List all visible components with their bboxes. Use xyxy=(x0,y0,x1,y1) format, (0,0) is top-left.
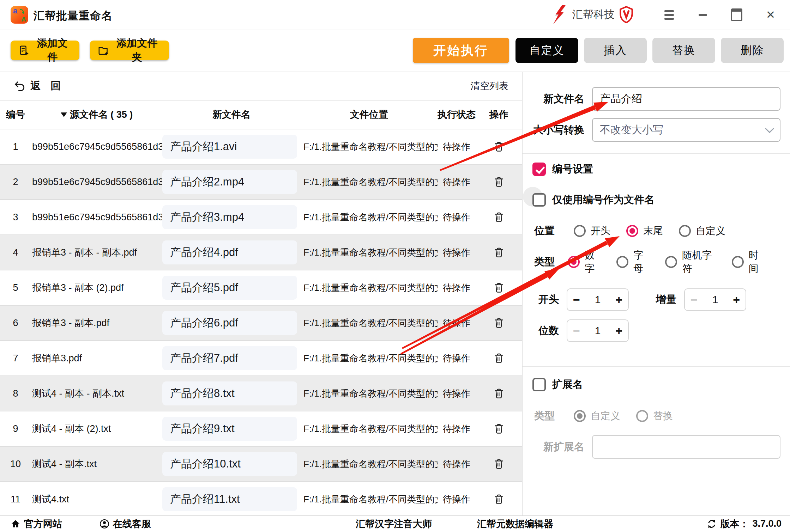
increment-button[interactable]: + xyxy=(733,294,740,306)
trash-icon[interactable] xyxy=(493,246,505,258)
source-name: 测试4.txt xyxy=(31,493,162,506)
table-row: 4 报销单3 - 副本 - 副本.pdf 产品介绍4.pdf F:/1.批量重命… xyxy=(0,235,522,270)
col-action: 操作 xyxy=(476,108,522,121)
file-location: F:/1.批量重命名教程/不同类型的文 xyxy=(301,352,438,365)
settings-panel: 新文件名 大小写转换 不改变大小写 编号设置 仅使用编号作为文件名 位置 xyxy=(523,72,790,517)
row-number: 9 xyxy=(0,423,31,434)
case-convert-label: 大小写转换 xyxy=(526,123,584,137)
new-name-cell[interactable]: 产品介绍8.txt xyxy=(162,381,297,405)
tab-3[interactable]: 删除 xyxy=(721,38,784,63)
increment-button[interactable]: + xyxy=(615,294,622,306)
trash-icon[interactable] xyxy=(493,211,505,223)
table-header: 编号 源文件名 ( 35 ) 新文件名 文件位置 执行状态 操作 xyxy=(0,100,522,129)
trash-icon[interactable] xyxy=(493,493,505,505)
back-button[interactable]: 返 回 xyxy=(13,79,64,93)
new-name-cell[interactable]: 产品介绍9.txt xyxy=(162,417,297,441)
decrement-button[interactable]: − xyxy=(691,294,698,306)
mode-tabs: 自定义插入替换删除 xyxy=(515,38,784,63)
col-newname: 新文件名 xyxy=(162,108,301,121)
table-row: 9 测试4 - 副本 (2).txt 产品介绍9.txt F:/1.批量重命名教… xyxy=(0,411,522,447)
table-row: 2 b99b51e6c7945c9d5565861d39 产品介绍2.mp4 F… xyxy=(0,165,522,200)
person-icon xyxy=(99,519,109,529)
radio-icon xyxy=(679,225,691,237)
tab-1[interactable]: 插入 xyxy=(584,38,647,63)
number-type-label: 类型 xyxy=(534,255,559,269)
radio-position-start[interactable]: 开头 xyxy=(574,224,610,238)
minimize-button[interactable] xyxy=(697,9,709,21)
trash-icon[interactable] xyxy=(493,141,505,153)
new-name-cell[interactable]: 产品介绍2.mp4 xyxy=(162,170,297,194)
new-name-cell[interactable]: 产品介绍5.pdf xyxy=(162,276,297,300)
trash-icon[interactable] xyxy=(493,423,505,435)
start-number-label: 开头 xyxy=(538,293,560,307)
source-name: 报销单3 - 副本 (2).pdf xyxy=(31,281,162,294)
online-support-link[interactable]: 在线客服 xyxy=(99,516,151,531)
row-number: 10 xyxy=(0,459,31,470)
new-name-cell[interactable]: 产品介绍10.txt xyxy=(162,452,297,476)
radio-position-end[interactable]: 末尾 xyxy=(626,224,663,238)
radio-ext-replace[interactable]: 替换 xyxy=(636,409,673,423)
row-number: 11 xyxy=(0,494,31,505)
radio-type-digit[interactable]: 数字 xyxy=(568,249,601,275)
radio-ext-custom[interactable]: 自定义 xyxy=(574,409,620,423)
tab-0[interactable]: 自定义 xyxy=(515,38,578,63)
row-number: 8 xyxy=(0,388,31,399)
tab-2[interactable]: 替换 xyxy=(652,38,715,63)
metadata-tool-link[interactable]: 汇帮元数据编辑器 xyxy=(477,516,553,531)
list-toolbar: 返 回 清空列表 xyxy=(0,72,522,100)
trash-icon[interactable] xyxy=(493,352,505,364)
hamburger-icon xyxy=(664,10,674,20)
radio-type-random[interactable]: 随机字符 xyxy=(665,249,716,275)
case-convert-select[interactable]: 不改变大小写 xyxy=(592,118,780,142)
source-name: b99b51e6c7945c9d5565861d39 xyxy=(31,141,162,152)
radio-icon xyxy=(732,256,744,268)
row-number: 4 xyxy=(0,247,31,258)
only-number-checkbox[interactable] xyxy=(532,193,546,207)
increment-label: 增量 xyxy=(656,293,678,307)
file-location: F:/1.批量重命名教程/不同类型的文 xyxy=(301,387,438,400)
numbering-checkbox[interactable] xyxy=(532,163,546,176)
trash-icon[interactable] xyxy=(493,458,505,470)
radio-position-custom[interactable]: 自定义 xyxy=(679,224,725,238)
decrement-button[interactable]: − xyxy=(573,325,580,337)
new-name-cell[interactable]: 产品介绍6.pdf xyxy=(162,311,297,335)
file-location: F:/1.批量重命名教程/不同类型的文 xyxy=(301,458,438,470)
radio-type-time[interactable]: 时间 xyxy=(732,249,765,275)
radio-icon xyxy=(626,225,638,237)
official-site-link[interactable]: 官方网站 xyxy=(11,516,62,531)
new-name-cell[interactable]: 产品介绍7.pdf xyxy=(162,346,297,370)
extension-checkbox[interactable] xyxy=(532,378,546,391)
new-name-cell[interactable]: 产品介绍3.mp4 xyxy=(162,205,297,229)
status-badge: 待操作 xyxy=(438,176,476,188)
menu-button[interactable] xyxy=(663,9,675,21)
radio-type-letter[interactable]: 字母 xyxy=(616,249,649,275)
add-file-button[interactable]: 添加文件 xyxy=(11,41,79,60)
new-name-cell[interactable]: 产品介绍4.pdf xyxy=(162,240,297,264)
source-name: 报销单3 - 副本.pdf xyxy=(31,317,162,329)
trash-icon[interactable] xyxy=(493,387,505,399)
status-badge: 待操作 xyxy=(438,317,476,329)
start-execute-button[interactable]: 开始执行 xyxy=(413,38,509,63)
trash-icon[interactable] xyxy=(493,176,505,188)
pinyin-tool-link[interactable]: 汇帮汉字注音大师 xyxy=(356,516,432,531)
trash-icon[interactable] xyxy=(493,282,505,294)
new-name-label: 新文件名 xyxy=(526,92,584,106)
decrement-button[interactable]: − xyxy=(573,294,580,306)
increment-button[interactable]: + xyxy=(615,325,622,337)
close-button[interactable]: ✕ xyxy=(765,9,777,21)
table-row: 6 报销单3 - 副本.pdf 产品介绍6.pdf F:/1.批量重命名教程/不… xyxy=(0,306,522,341)
new-extension-input[interactable] xyxy=(592,435,780,459)
new-name-input[interactable] xyxy=(592,87,780,111)
new-name-cell[interactable]: 产品介绍11.txt xyxy=(162,487,297,511)
position-label: 位置 xyxy=(534,224,559,238)
table-row: 7 报销单3.pdf 产品介绍7.pdf F:/1.批量重命名教程/不同类型的文… xyxy=(0,341,522,376)
col-source[interactable]: 源文件名 ( 35 ) xyxy=(31,108,162,121)
source-name: b99b51e6c7945c9d5565861d39 xyxy=(31,212,162,223)
clear-list-button[interactable]: 清空列表 xyxy=(470,80,508,92)
trash-icon[interactable] xyxy=(493,317,505,329)
new-name-cell[interactable]: 产品介绍1.avi xyxy=(162,135,297,159)
add-folder-button[interactable]: 添加文件夹 xyxy=(90,41,169,60)
row-number: 1 xyxy=(0,141,31,152)
maximize-button[interactable] xyxy=(731,9,743,21)
row-number: 6 xyxy=(0,318,31,329)
